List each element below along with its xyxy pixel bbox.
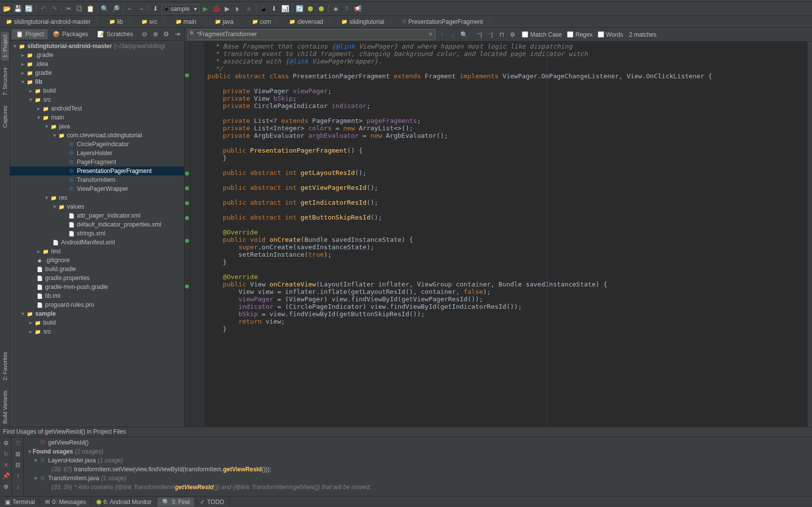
tab-terminal[interactable]: ▣Terminal [0, 498, 40, 507]
tree-test[interactable]: ▸📁test [10, 247, 184, 256]
sdk-icon[interactable]: ⬇ [269, 4, 279, 14]
usages-method[interactable]: ⓜgetViewResId() [24, 438, 812, 447]
attach-icon[interactable]: ⏵ [233, 4, 243, 14]
debug-icon[interactable]: 🐞 [211, 4, 221, 14]
android-icon[interactable]: ⬢ [306, 4, 315, 14]
tree-buildgradle[interactable]: 📄build.gradle [10, 265, 184, 274]
tree-xml-attr[interactable]: 📄attr_pager_indicator.xml [10, 211, 184, 220]
redo-icon[interactable]: ↷ [49, 4, 59, 14]
project-tree[interactable]: ▾📁slidingtutorial-android-master (~/Загр… [10, 41, 184, 427]
tab-project[interactable]: 📋Project [12, 29, 48, 39]
tab-find[interactable]: 🔍3: Find [157, 498, 195, 507]
usages-line2[interactable]: (33: 39)* Also contains {@link Transform… [24, 483, 812, 492]
stop-icon[interactable]: ■ [244, 4, 254, 14]
undo-icon[interactable]: ↶ [38, 4, 48, 14]
tree-file-wrapper[interactable]: ©ViewPagerWrapper [10, 184, 184, 193]
forward-icon[interactable]: → [136, 4, 146, 14]
filter-icon[interactable]: ▽ [13, 438, 23, 448]
tree-java[interactable]: ▾📁java [10, 122, 184, 131]
gutter-tab-favorites[interactable]: 2: Favorites [1, 349, 9, 383]
crumb-main[interactable]: 📁main [172, 17, 211, 26]
prev-icon[interactable]: ↑ [13, 471, 23, 481]
crumb-lib[interactable]: 📁lib [105, 17, 137, 26]
avd-icon[interactable]: 📱 [258, 4, 268, 14]
tree-sample-src[interactable]: ▸📁src [10, 327, 184, 336]
monitor-icon[interactable]: 📊 [280, 4, 290, 14]
tab-scratches[interactable]: 📝Scratches [93, 29, 137, 39]
tree-src[interactable]: ▾📁src [10, 95, 184, 104]
settings-icon[interactable]: ⚙ [161, 29, 171, 39]
tree-manifest[interactable]: 📄AndroidManifest.xml [10, 238, 184, 247]
scroll-to-icon[interactable]: ⊕ [150, 29, 160, 39]
gutter-tab-build-variants[interactable]: Build Variants [1, 388, 9, 427]
pin-icon[interactable]: 📌 [1, 471, 11, 481]
tree-proguard[interactable]: 📄proguard-rules.pro [10, 300, 184, 309]
collapse-icon[interactable]: ⊖ [139, 29, 149, 39]
tree-androidtest[interactable]: ▸📁androidTest [10, 104, 184, 113]
usages-tree[interactable]: ⓜgetViewResId() ▾Found usages(2 usages) … [24, 437, 812, 496]
tree-file-layers[interactable]: ©LayersHolder [10, 149, 184, 158]
crumb-java[interactable]: 📁java [211, 17, 248, 26]
merge-icon[interactable]: ⊟ [13, 460, 23, 470]
save-icon[interactable]: 💾 [13, 4, 23, 14]
next-match-icon[interactable]: ↓ [448, 30, 457, 39]
prev-match-icon[interactable]: ↑ [437, 30, 446, 39]
gradle-sync-icon[interactable]: 🔄 [295, 4, 305, 14]
gutter-tab-project[interactable]: 1: Project [1, 32, 9, 60]
add-sel-icon[interactable]: ⁺| [475, 30, 484, 39]
gutter-tab-captures[interactable]: Captures [1, 103, 9, 131]
tree-file-transform[interactable]: ©TransformItem [10, 175, 184, 184]
tree-sample[interactable]: ▾📁sample [10, 309, 184, 318]
crumb-com[interactable]: 📁com [248, 17, 286, 26]
usages-line1[interactable]: (39: 67)transformItem.setView(view.findV… [24, 465, 812, 474]
crumb-root[interactable]: 📁slidingtutorial-android-master [2, 17, 105, 26]
search-find-icon[interactable]: 🔍 [459, 30, 468, 39]
tab-packages[interactable]: 📦Packages [49, 29, 92, 39]
tree-sample-build[interactable]: ▸📁build [10, 318, 184, 327]
run-config-select[interactable]: sample [161, 4, 199, 13]
tree-file-circle[interactable]: ©CirclePageIndicator [10, 140, 184, 149]
tree-file-page[interactable]: ©PageFragment [10, 158, 184, 167]
words-checkbox[interactable]: Words [598, 31, 623, 38]
search-settings-icon[interactable]: ⚙ [508, 30, 517, 39]
tree-package[interactable]: ▾📁com.cleveroad.slidingtutorial [10, 131, 184, 140]
rem-sel-icon[interactable]: ⁻| [486, 30, 495, 39]
tree-root[interactable]: ▾📁slidingtutorial-android-master (~/Загр… [10, 42, 184, 51]
code-editor[interactable]: * Base Fragment that contains {@link Vie… [185, 42, 812, 427]
match-case-checkbox[interactable]: Match Case [522, 31, 562, 38]
next-icon[interactable]: ↓ [13, 482, 23, 492]
crumb-src[interactable]: 📁src [137, 17, 172, 26]
cut-icon[interactable]: ✂ [63, 4, 73, 14]
sel-all-icon[interactable]: ⊓ [497, 30, 506, 39]
group-icon[interactable]: ⊞ [13, 449, 23, 459]
clear-search-icon[interactable]: ✕ [428, 31, 433, 38]
structure-icon[interactable]: ◈ [331, 4, 341, 14]
sync-icon[interactable]: 🔄 [24, 4, 34, 14]
code-area[interactable]: * Base Fragment that contains {@link Vie… [204, 42, 807, 427]
tree-gitignore[interactable]: ◆.gitignore [10, 256, 184, 265]
find-icon[interactable]: 🔍 [100, 4, 110, 14]
settings-icon[interactable]: ⚙ [1, 438, 11, 448]
tree-values[interactable]: ▾📁values [10, 202, 184, 211]
replace-icon[interactable]: 🔎 [111, 4, 121, 14]
tree-libiml[interactable]: 📄lib.iml [10, 291, 184, 300]
crumb-file[interactable]: ©PresentationPagerFragment [399, 17, 498, 26]
tree-xml-strings[interactable]: 📄strings.xml [10, 229, 184, 238]
help-icon[interactable]: ? [342, 4, 352, 14]
tab-todo[interactable]: ✓TODO [195, 498, 229, 507]
crumb-pkg[interactable]: 📁slidingtutorial [337, 17, 398, 26]
tree-file-presentation[interactable]: ©PresentationPagerFragment [10, 167, 184, 175]
tab-messages[interactable]: ✉0: Messages [40, 498, 91, 507]
tree-lib[interactable]: ▾📁lib [10, 77, 184, 86]
usages-file1[interactable]: ▾©LayersHolder.java(1 usage) [24, 456, 812, 465]
make-icon[interactable]: ⬇ [150, 4, 160, 14]
tree-build[interactable]: ▸📁build [10, 86, 184, 95]
tree-gradleprops[interactable]: 📄gradle.properties [10, 274, 184, 282]
rerun-icon[interactable]: ↻ [1, 449, 11, 459]
usages-file2[interactable]: ▾©TransformItem.java(1 usage) [24, 474, 812, 483]
tree-gradle2-dir[interactable]: ▸📁gradle [10, 68, 184, 77]
tree-gradle-dir[interactable]: ▸📁.gradle [10, 51, 184, 59]
paste-icon[interactable]: 📋 [85, 4, 95, 14]
open-icon[interactable]: 📂 [2, 4, 12, 14]
gutter-tab-structure[interactable]: 7: Structure [1, 64, 9, 99]
